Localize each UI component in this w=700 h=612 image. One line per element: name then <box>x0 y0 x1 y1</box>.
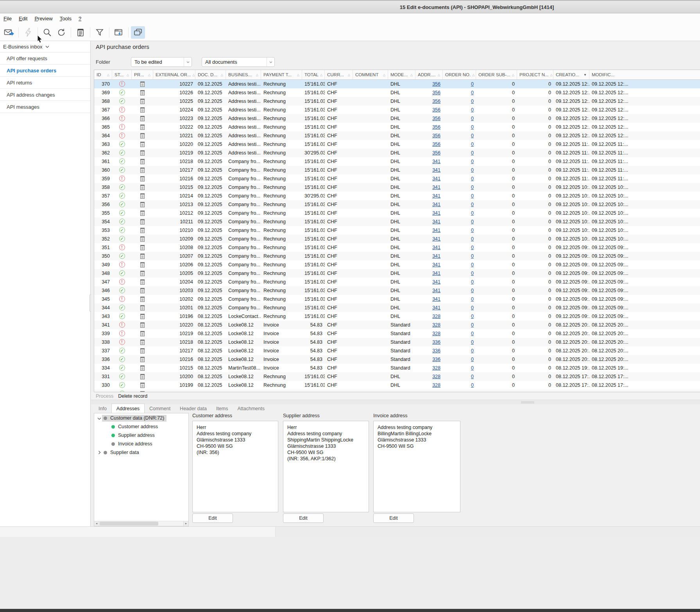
order-no-link[interactable]: 0 <box>471 193 474 199</box>
table-row[interactable]: 356✓1021309.12.2025Company fro...Rechnun… <box>94 200 700 209</box>
sidebar-header-dropdown[interactable]: E-Business inbox <box>0 41 90 52</box>
address-link[interactable]: 356 <box>432 99 440 104</box>
delete-record-button[interactable]: Delete record <box>118 393 147 399</box>
address-link[interactable]: 356 <box>432 107 440 113</box>
order-no-link[interactable]: 0 <box>471 90 474 95</box>
order-no-link[interactable]: 0 <box>471 271 474 276</box>
table-row[interactable]: 343✓1019608.12.2025LockeContact...Rechnu… <box>94 312 700 321</box>
table-row[interactable]: 368✓1022509.12.2025Address testi...Rechn… <box>94 97 700 106</box>
table-row[interactable]: 360✓1021709.12.2025Company fro...Rechnun… <box>94 166 700 174</box>
address-link[interactable]: 328 <box>432 382 440 388</box>
address-link[interactable]: 341 <box>432 245 440 250</box>
order-no-link[interactable]: 0 <box>471 219 474 224</box>
address-link[interactable]: 341 <box>432 193 440 199</box>
column-header-mode[interactable]: MODE...△ <box>388 70 415 79</box>
panel-splitter[interactable] <box>91 400 700 404</box>
sidebar-item-api-address-changes[interactable]: API address changes <box>0 89 90 101</box>
menu-item-preview[interactable]: Preview <box>31 14 56 23</box>
edit-button[interactable]: Edit <box>283 513 324 523</box>
order-no-link[interactable]: 0 <box>471 382 474 388</box>
address-link[interactable]: 336 <box>432 357 440 362</box>
edit-button[interactable]: Edit <box>373 513 414 523</box>
table-row[interactable]: 345!1020209.12.2025Company fro...Rechnun… <box>94 295 700 303</box>
menu-item-edit[interactable]: Edit <box>15 14 31 23</box>
splitter-grip[interactable] <box>521 402 534 403</box>
order-no-link[interactable]: 0 <box>471 185 474 190</box>
order-no-link[interactable]: 0 <box>471 339 474 345</box>
order-no-link[interactable]: 0 <box>471 279 474 285</box>
address-link[interactable]: 341 <box>432 253 440 259</box>
order-no-link[interactable]: 0 <box>471 124 474 130</box>
report-button[interactable] <box>73 26 88 39</box>
order-no-link[interactable]: 0 <box>471 288 474 293</box>
order-no-link[interactable]: 0 <box>471 81 474 87</box>
table-row[interactable]: 334✓1021508.12.2025MartinTest08...Invoic… <box>94 364 700 372</box>
address-link[interactable]: 356 <box>432 124 440 130</box>
address-link[interactable]: 356 <box>432 142 440 147</box>
table-row[interactable]: 337✓1021708.12.2025Locke08.12Invoice54.8… <box>94 346 700 355</box>
table-row[interactable]: 354✓1021109.12.2025Company fro...Rechnun… <box>94 217 700 226</box>
tree-item-customer-data-dnr-72-[interactable]: Customer data (DNR:72) <box>94 415 188 422</box>
column-header-project[interactable]: PROJECT N...△ <box>517 70 553 79</box>
table-row[interactable]: 349!1020609.12.2025Company fro...Rechnun… <box>94 260 700 269</box>
address-link[interactable]: 336 <box>432 348 440 354</box>
address-link[interactable]: 328 <box>432 322 440 328</box>
address-link[interactable]: 356 <box>432 81 440 87</box>
address-link[interactable]: 341 <box>432 271 440 276</box>
window-action-button[interactable] <box>112 26 126 39</box>
order-no-link[interactable]: 0 <box>471 159 474 164</box>
folder-select[interactable]: To be edited <box>131 57 192 67</box>
column-header-total[interactable]: TOTAL△ <box>302 70 325 79</box>
column-header-id[interactable]: ID△ <box>94 70 112 79</box>
order-no-link[interactable]: 0 <box>471 142 474 147</box>
column-header-doc_date[interactable]: DOC. D...△ <box>195 70 226 79</box>
order-no-link[interactable]: 0 <box>471 107 474 113</box>
column-header-payment[interactable]: PAYMENT T...△ <box>261 70 302 79</box>
sidebar-item-api-purchase-orders[interactable]: API purchase orders <box>0 65 90 77</box>
table-row[interactable]: 341!1022008.12.2025Locke08.12Invoice54.8… <box>94 321 700 329</box>
table-row[interactable]: 336✓1021608.12.2025Locke08.12Invoice54.8… <box>94 355 700 364</box>
address-link[interactable]: 356 <box>432 150 440 156</box>
table-row[interactable]: 367!1022409.12.2025Address testi...Rechn… <box>94 106 700 114</box>
address-link[interactable]: 341 <box>432 176 440 181</box>
address-link[interactable]: 341 <box>432 185 440 190</box>
address-link[interactable]: 336 <box>432 339 440 345</box>
order-no-link[interactable]: 0 <box>471 305 474 310</box>
order-no-link[interactable]: 0 <box>471 262 474 267</box>
order-no-link[interactable]: 0 <box>471 245 474 250</box>
tree-item-supplier-address[interactable]: Supplier address <box>94 432 188 439</box>
menu-item-tools[interactable]: Tools <box>56 14 75 23</box>
table-row[interactable]: 364!1022109.12.2025Address testi...Rechn… <box>94 131 700 140</box>
address-link[interactable]: 328 <box>432 374 440 379</box>
table-row[interactable]: 365!1022209.12.2025Address testi...Rechn… <box>94 123 700 131</box>
process-button[interactable]: Process <box>96 393 113 399</box>
table-row[interactable]: 351!1020809.12.2025Company fro...Rechnun… <box>94 243 700 252</box>
table-row[interactable]: 331✓1020008.12.2025Locke08.12Rechnung15'… <box>94 372 700 381</box>
order-no-link[interactable]: 0 <box>471 133 474 138</box>
address-link[interactable]: 341 <box>432 296 440 302</box>
documents-select[interactable]: All documents <box>202 57 275 67</box>
table-row[interactable]: 362✓1021909.12.2025Address testi...Rechn… <box>94 149 700 157</box>
menu-item-?[interactable]: ? <box>75 14 85 23</box>
sidebar-item-api-messages[interactable]: API messages <box>0 101 90 113</box>
table-row[interactable]: 361✓1021809.12.2025Company fro...Rechnun… <box>94 157 700 166</box>
table-row[interactable]: 330✓1019908.12.2025Locke08.12Rechnung15'… <box>94 381 700 389</box>
column-header-status[interactable]: ST...△ <box>112 70 132 79</box>
address-link[interactable]: 341 <box>432 279 440 285</box>
sidebar-item-api-returns[interactable]: API returns <box>0 77 90 89</box>
order-no-link[interactable]: 0 <box>471 99 474 104</box>
scroll-right-arrow-icon[interactable]: ▸ <box>183 521 188 526</box>
address-link[interactable]: 328 <box>432 331 440 336</box>
scrollbar-thumb[interactable] <box>100 522 158 526</box>
scroll-left-arrow-icon[interactable]: ◂ <box>94 521 99 526</box>
column-header-doc[interactable]: PR...△ <box>132 70 153 79</box>
order-no-link[interactable]: 0 <box>471 150 474 156</box>
column-header-business[interactable]: BUSINES...△ <box>226 70 261 79</box>
order-no-link[interactable]: 0 <box>471 331 474 336</box>
tab-items[interactable]: Items <box>211 405 233 413</box>
column-header-comment[interactable]: COMMENT△ <box>353 70 388 79</box>
order-no-link[interactable]: 0 <box>471 348 474 354</box>
tree-item-customer-address[interactable]: Customer address <box>94 423 188 431</box>
table-row[interactable]: 355✓1021209.12.2025Company fro...Rechnun… <box>94 209 700 217</box>
order-no-link[interactable]: 0 <box>471 167 474 173</box>
